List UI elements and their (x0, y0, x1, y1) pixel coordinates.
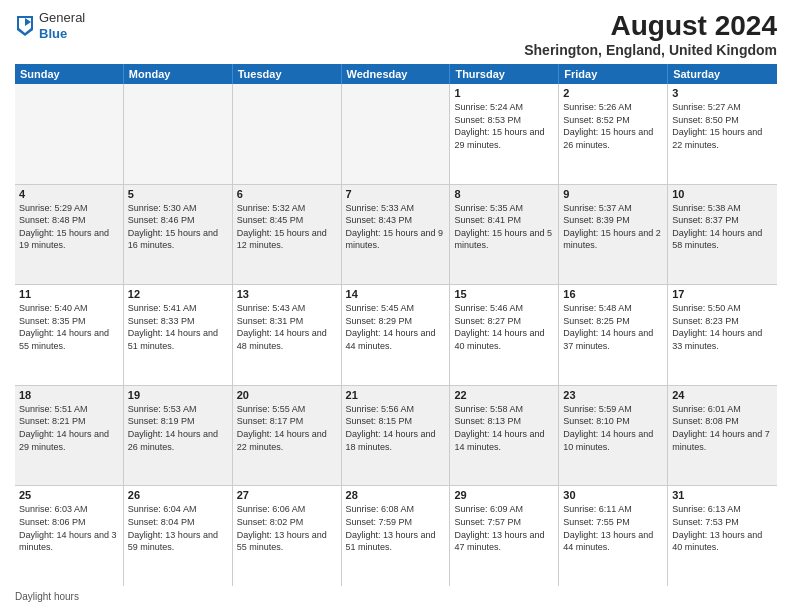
cell-text: Sunrise: 5:26 AM Sunset: 8:52 PM Dayligh… (563, 101, 663, 151)
cal-cell: 21Sunrise: 5:56 AM Sunset: 8:15 PM Dayli… (342, 386, 451, 486)
title-block: August 2024 Sherington, England, United … (524, 10, 777, 58)
cell-text: Sunrise: 5:27 AM Sunset: 8:50 PM Dayligh… (672, 101, 773, 151)
cell-text: Sunrise: 6:08 AM Sunset: 7:59 PM Dayligh… (346, 503, 446, 553)
day-number: 11 (19, 288, 119, 300)
calendar-body: 1Sunrise: 5:24 AM Sunset: 8:53 PM Daylig… (15, 84, 777, 586)
logo-general: General (39, 10, 85, 26)
cal-cell: 13Sunrise: 5:43 AM Sunset: 8:31 PM Dayli… (233, 285, 342, 385)
header-day-thursday: Thursday (450, 64, 559, 84)
cal-cell: 1Sunrise: 5:24 AM Sunset: 8:53 PM Daylig… (450, 84, 559, 184)
page: General Blue August 2024 Sherington, Eng… (0, 0, 792, 612)
cal-cell: 4Sunrise: 5:29 AM Sunset: 8:48 PM Daylig… (15, 185, 124, 285)
cal-cell: 6Sunrise: 5:32 AM Sunset: 8:45 PM Daylig… (233, 185, 342, 285)
cell-text: Sunrise: 5:37 AM Sunset: 8:39 PM Dayligh… (563, 202, 663, 252)
cal-cell: 5Sunrise: 5:30 AM Sunset: 8:46 PM Daylig… (124, 185, 233, 285)
calendar-row-5: 25Sunrise: 6:03 AM Sunset: 8:06 PM Dayli… (15, 486, 777, 586)
cell-text: Sunrise: 6:01 AM Sunset: 8:08 PM Dayligh… (672, 403, 773, 453)
header-day-sunday: Sunday (15, 64, 124, 84)
cal-cell: 19Sunrise: 5:53 AM Sunset: 8:19 PM Dayli… (124, 386, 233, 486)
day-number: 6 (237, 188, 337, 200)
day-number: 4 (19, 188, 119, 200)
cal-cell (342, 84, 451, 184)
day-number: 2 (563, 87, 663, 99)
logo-text: General Blue (39, 10, 85, 41)
cell-text: Sunrise: 5:41 AM Sunset: 8:33 PM Dayligh… (128, 302, 228, 352)
cal-cell: 24Sunrise: 6:01 AM Sunset: 8:08 PM Dayli… (668, 386, 777, 486)
calendar: SundayMondayTuesdayWednesdayThursdayFrid… (15, 64, 777, 586)
cal-cell: 29Sunrise: 6:09 AM Sunset: 7:57 PM Dayli… (450, 486, 559, 586)
calendar-row-4: 18Sunrise: 5:51 AM Sunset: 8:21 PM Dayli… (15, 386, 777, 487)
cal-cell: 14Sunrise: 5:45 AM Sunset: 8:29 PM Dayli… (342, 285, 451, 385)
calendar-row-2: 4Sunrise: 5:29 AM Sunset: 8:48 PM Daylig… (15, 185, 777, 286)
cal-cell: 18Sunrise: 5:51 AM Sunset: 8:21 PM Dayli… (15, 386, 124, 486)
header-day-saturday: Saturday (668, 64, 777, 84)
cell-text: Sunrise: 5:55 AM Sunset: 8:17 PM Dayligh… (237, 403, 337, 453)
logo-icon (15, 14, 35, 38)
footer-text: Daylight hours (15, 591, 79, 602)
cal-cell: 8Sunrise: 5:35 AM Sunset: 8:41 PM Daylig… (450, 185, 559, 285)
calendar-header: SundayMondayTuesdayWednesdayThursdayFrid… (15, 64, 777, 84)
cal-cell: 2Sunrise: 5:26 AM Sunset: 8:52 PM Daylig… (559, 84, 668, 184)
day-number: 19 (128, 389, 228, 401)
cal-cell: 16Sunrise: 5:48 AM Sunset: 8:25 PM Dayli… (559, 285, 668, 385)
day-number: 17 (672, 288, 773, 300)
day-number: 31 (672, 489, 773, 501)
cell-text: Sunrise: 5:50 AM Sunset: 8:23 PM Dayligh… (672, 302, 773, 352)
day-number: 7 (346, 188, 446, 200)
header-day-tuesday: Tuesday (233, 64, 342, 84)
cal-cell: 3Sunrise: 5:27 AM Sunset: 8:50 PM Daylig… (668, 84, 777, 184)
day-number: 5 (128, 188, 228, 200)
cell-text: Sunrise: 5:40 AM Sunset: 8:35 PM Dayligh… (19, 302, 119, 352)
cal-cell: 7Sunrise: 5:33 AM Sunset: 8:43 PM Daylig… (342, 185, 451, 285)
cal-cell: 22Sunrise: 5:58 AM Sunset: 8:13 PM Dayli… (450, 386, 559, 486)
cal-cell: 25Sunrise: 6:03 AM Sunset: 8:06 PM Dayli… (15, 486, 124, 586)
cal-cell: 26Sunrise: 6:04 AM Sunset: 8:04 PM Dayli… (124, 486, 233, 586)
cell-text: Sunrise: 6:06 AM Sunset: 8:02 PM Dayligh… (237, 503, 337, 553)
day-number: 16 (563, 288, 663, 300)
day-number: 28 (346, 489, 446, 501)
cal-cell: 9Sunrise: 5:37 AM Sunset: 8:39 PM Daylig… (559, 185, 668, 285)
day-number: 1 (454, 87, 554, 99)
cell-text: Sunrise: 5:53 AM Sunset: 8:19 PM Dayligh… (128, 403, 228, 453)
cal-cell: 30Sunrise: 6:11 AM Sunset: 7:55 PM Dayli… (559, 486, 668, 586)
cell-text: Sunrise: 5:59 AM Sunset: 8:10 PM Dayligh… (563, 403, 663, 453)
cell-text: Sunrise: 5:56 AM Sunset: 8:15 PM Dayligh… (346, 403, 446, 453)
cell-text: Sunrise: 6:04 AM Sunset: 8:04 PM Dayligh… (128, 503, 228, 553)
cell-text: Sunrise: 5:30 AM Sunset: 8:46 PM Dayligh… (128, 202, 228, 252)
logo-blue: Blue (39, 26, 85, 42)
logo: General Blue (15, 10, 85, 41)
footer: Daylight hours (15, 591, 777, 602)
day-number: 20 (237, 389, 337, 401)
calendar-row-3: 11Sunrise: 5:40 AM Sunset: 8:35 PM Dayli… (15, 285, 777, 386)
cal-cell: 23Sunrise: 5:59 AM Sunset: 8:10 PM Dayli… (559, 386, 668, 486)
cell-text: Sunrise: 5:24 AM Sunset: 8:53 PM Dayligh… (454, 101, 554, 151)
day-number: 3 (672, 87, 773, 99)
cell-text: Sunrise: 5:46 AM Sunset: 8:27 PM Dayligh… (454, 302, 554, 352)
header-day-monday: Monday (124, 64, 233, 84)
cell-text: Sunrise: 5:38 AM Sunset: 8:37 PM Dayligh… (672, 202, 773, 252)
day-number: 23 (563, 389, 663, 401)
cal-cell: 27Sunrise: 6:06 AM Sunset: 8:02 PM Dayli… (233, 486, 342, 586)
cell-text: Sunrise: 6:09 AM Sunset: 7:57 PM Dayligh… (454, 503, 554, 553)
cell-text: Sunrise: 5:43 AM Sunset: 8:31 PM Dayligh… (237, 302, 337, 352)
cal-cell: 28Sunrise: 6:08 AM Sunset: 7:59 PM Dayli… (342, 486, 451, 586)
main-title: August 2024 (524, 10, 777, 42)
header-day-friday: Friday (559, 64, 668, 84)
day-number: 29 (454, 489, 554, 501)
day-number: 8 (454, 188, 554, 200)
day-number: 18 (19, 389, 119, 401)
day-number: 24 (672, 389, 773, 401)
cal-cell: 12Sunrise: 5:41 AM Sunset: 8:33 PM Dayli… (124, 285, 233, 385)
cal-cell: 15Sunrise: 5:46 AM Sunset: 8:27 PM Dayli… (450, 285, 559, 385)
day-number: 14 (346, 288, 446, 300)
cell-text: Sunrise: 5:32 AM Sunset: 8:45 PM Dayligh… (237, 202, 337, 252)
cell-text: Sunrise: 5:33 AM Sunset: 8:43 PM Dayligh… (346, 202, 446, 252)
sub-title: Sherington, England, United Kingdom (524, 42, 777, 58)
cal-cell: 17Sunrise: 5:50 AM Sunset: 8:23 PM Dayli… (668, 285, 777, 385)
cell-text: Sunrise: 6:11 AM Sunset: 7:55 PM Dayligh… (563, 503, 663, 553)
day-number: 9 (563, 188, 663, 200)
cal-cell (124, 84, 233, 184)
day-number: 27 (237, 489, 337, 501)
cal-cell: 11Sunrise: 5:40 AM Sunset: 8:35 PM Dayli… (15, 285, 124, 385)
calendar-row-1: 1Sunrise: 5:24 AM Sunset: 8:53 PM Daylig… (15, 84, 777, 185)
